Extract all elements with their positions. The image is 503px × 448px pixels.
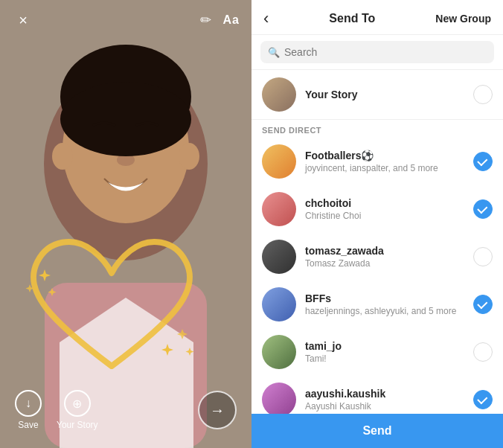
search-container: 🔍 [252, 35, 503, 70]
contact-check[interactable] [473, 342, 493, 362]
text-style-button[interactable]: Aa [223, 13, 240, 27]
avatar [262, 383, 296, 414]
avatar [262, 192, 296, 226]
contact-text: BFFs hazeljennings, ashleyyuki, and 5 mo… [305, 292, 464, 316]
svg-point-11 [52, 143, 73, 170]
contact-row[interactable]: tomasz_zawada Tomasz Zawada [252, 233, 503, 281]
contact-name: BFFs [305, 292, 464, 304]
contact-name: tami_jo [305, 340, 464, 352]
contact-check[interactable] [473, 247, 493, 266]
your-story-row[interactable]: Your Story [252, 70, 503, 120]
search-input[interactable] [284, 46, 487, 58]
header-title: Send To [329, 12, 375, 25]
contact-text: chchoitoi Christine Choi [305, 197, 464, 221]
contact-sub: Aayushi Kaushik [305, 401, 464, 412]
contact-name: tomasz_zawada [305, 245, 464, 257]
contact-check[interactable] [473, 152, 493, 171]
contact-row[interactable]: aayushi.kaushik Aayushi Kaushik [252, 376, 503, 414]
contact-check[interactable] [473, 199, 493, 219]
save-button[interactable]: ↓ Save [15, 390, 42, 430]
your-story-name: Your Story [305, 89, 464, 100]
search-icon: 🔍 [268, 47, 280, 58]
left-panel: × ✏ Aa ↓ Save ⊕ Your Story → [0, 0, 252, 448]
send-arrow-button[interactable]: → [198, 391, 237, 429]
close-button[interactable]: × [12, 9, 34, 31]
contact-check[interactable] [473, 390, 493, 409]
contact-name: aayushi.kaushik [305, 388, 464, 400]
contact-text: aayushi.kaushik Aayushi Kaushik [305, 388, 464, 412]
contact-sub: Tami! [305, 353, 464, 364]
your-story-text: Your Story [305, 89, 464, 100]
save-label: Save [18, 420, 38, 430]
avatar [262, 144, 296, 179]
your-story-avatar [262, 77, 296, 112]
send-direct-label: SEND DIRECT [252, 120, 503, 138]
contact-row[interactable]: tami_jo Tami! [252, 328, 503, 376]
your-story-avatar-image [262, 77, 296, 112]
svg-point-10 [60, 82, 191, 156]
contact-name: Footballers⚽ [305, 150, 464, 161]
contacts-list: Footballers⚽ joyvincent, ianspalter, and… [252, 138, 503, 414]
pencil-icon[interactable]: ✏ [200, 12, 211, 28]
bottom-left-actions: ↓ Save ⊕ Your Story [15, 390, 98, 430]
send-button[interactable]: Send [252, 414, 503, 448]
avatar [262, 287, 296, 321]
your-story-button[interactable]: ⊕ Your Story [57, 390, 98, 430]
right-header: ‹ Send To New Group [252, 0, 503, 35]
save-icon: ↓ [15, 390, 42, 417]
contact-sub: hazeljennings, ashleyyuki, and 5 more [305, 306, 464, 316]
contact-sub: Tomasz Zawada [305, 258, 464, 269]
top-right-controls: ✏ Aa [200, 12, 240, 28]
contact-check[interactable] [473, 295, 493, 314]
contact-row[interactable]: Footballers⚽ joyvincent, ianspalter, and… [252, 138, 503, 185]
contact-sub: joyvincent, ianspalter, and 5 more [305, 163, 464, 173]
right-panel: ‹ Send To New Group 🔍 Your Story SEND DI… [252, 0, 503, 448]
bottom-controls: ↓ Save ⊕ Your Story → [0, 378, 252, 448]
contact-name: chchoitoi [305, 197, 464, 209]
contact-row[interactable]: BFFs hazeljennings, ashleyyuki, and 5 mo… [252, 281, 503, 328]
top-controls: × ✏ Aa [0, 9, 252, 31]
search-box: 🔍 [260, 41, 494, 63]
back-button[interactable]: ‹ [263, 10, 269, 27]
contact-row[interactable]: chchoitoi Christine Choi [252, 185, 503, 233]
contact-text: Footballers⚽ joyvincent, ianspalter, and… [305, 150, 464, 173]
your-story-check[interactable] [473, 85, 493, 104]
new-group-button[interactable]: New Group [435, 13, 491, 25]
your-story-label: Your Story [57, 420, 98, 430]
add-story-icon: ⊕ [64, 390, 91, 417]
avatar [262, 240, 296, 274]
contact-text: tomasz_zawada Tomasz Zawada [305, 245, 464, 269]
svg-point-12 [179, 143, 199, 170]
contact-text: tami_jo Tami! [305, 340, 464, 364]
avatar [262, 335, 296, 369]
contact-sub: Christine Choi [305, 211, 464, 221]
